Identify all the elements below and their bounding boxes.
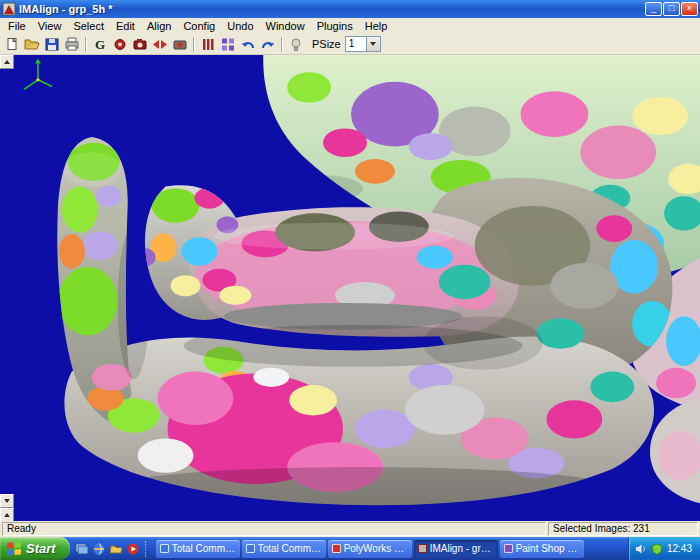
viewport-3d-scene[interactable] — [14, 55, 700, 508]
taskbar-divider — [145, 541, 148, 557]
redo-icon[interactable] — [258, 35, 278, 53]
total-commander-icon — [246, 544, 255, 553]
save-icon[interactable] — [42, 35, 62, 53]
vertical-scroll-track[interactable] — [0, 69, 14, 494]
menu-plugins[interactable]: Plugins — [311, 19, 359, 33]
imalign-icon — [418, 544, 427, 553]
system-tray: 12:43 — [628, 537, 700, 560]
menu-help[interactable]: Help — [359, 19, 394, 33]
menu-align[interactable]: Align — [141, 19, 177, 33]
start-label: Start — [26, 541, 56, 556]
taskbar-task-polyworks[interactable]: PolyWorks Mod... — [328, 540, 412, 558]
menu-config[interactable]: Config — [177, 19, 221, 33]
menu-view[interactable]: View — [32, 19, 68, 33]
minimize-button[interactable]: _ — [645, 2, 662, 16]
svg-text:G: G — [95, 37, 105, 52]
vertical-scrollbar[interactable] — [0, 55, 14, 508]
psize-label: PSize — [312, 38, 341, 50]
toolbar: G PSize 1 — [0, 34, 700, 55]
columns-icon[interactable] — [198, 35, 218, 53]
chevron-down-icon[interactable] — [366, 37, 380, 51]
status-message: Ready — [2, 522, 546, 536]
taskbar: Start Total Command... Total Command... — [0, 537, 700, 560]
selected-images-count: Selected Images: 231 — [548, 522, 698, 536]
undo-icon[interactable] — [238, 35, 258, 53]
lightbulb-icon[interactable] — [286, 35, 306, 53]
open-icon[interactable] — [22, 35, 42, 53]
app-window: IMAlign - grp_5h * _ □ × File View Selec… — [0, 0, 700, 560]
horizontal-scrollbar[interactable] — [0, 508, 700, 521]
folders-icon[interactable] — [109, 542, 123, 556]
title-bar: IMAlign - grp_5h * _ □ × — [0, 0, 700, 18]
total-commander-icon — [160, 544, 169, 553]
new-session-icon[interactable] — [2, 35, 22, 53]
quick-launch-area — [70, 541, 155, 557]
start-button[interactable]: Start — [0, 537, 70, 560]
viewport-3d[interactable] — [14, 55, 700, 508]
menu-bar: File View Select Edit Align Config Undo … — [0, 18, 700, 34]
menu-window[interactable]: Window — [260, 19, 311, 33]
taskbar-task-imalign[interactable]: IMAlign - grp_5h * — [414, 540, 498, 558]
horizontal-scroll-track[interactable] — [14, 508, 700, 521]
scroll-up-button[interactable] — [0, 55, 14, 69]
g-view-icon[interactable]: G — [90, 35, 110, 53]
scroll-corner-button[interactable] — [0, 508, 14, 522]
close-button[interactable]: × — [681, 2, 698, 16]
scroll-down-button[interactable] — [0, 494, 14, 508]
paint-shop-pro-icon — [504, 544, 513, 553]
menu-edit[interactable]: Edit — [110, 19, 141, 33]
matrix-icon[interactable] — [218, 35, 238, 53]
menu-undo[interactable]: Undo — [221, 19, 259, 33]
status-bar: Ready Selected Images: 231 — [0, 521, 700, 537]
polyworks-icon — [332, 544, 341, 553]
antivirus-shield-icon[interactable] — [651, 543, 663, 555]
app-icon — [2, 2, 16, 16]
taskbar-task-paintshop[interactable]: Paint Shop Pro ... — [500, 540, 584, 558]
maximize-button[interactable]: □ — [663, 2, 680, 16]
camera-icon[interactable] — [130, 35, 150, 53]
taskbar-task-total-commander-2[interactable]: Total Command... — [242, 540, 326, 558]
menu-select[interactable]: Select — [67, 19, 110, 33]
main-area — [0, 55, 700, 508]
volume-icon[interactable] — [635, 543, 647, 555]
capture-icon[interactable] — [170, 35, 190, 53]
taskbar-clock: 12:43 — [667, 543, 692, 554]
window-title: IMAlign - grp_5h * — [19, 3, 644, 15]
print-icon[interactable] — [62, 35, 82, 53]
taskbar-task-total-commander-1[interactable]: Total Command... — [156, 540, 240, 558]
psize-combobox[interactable]: 1 — [345, 36, 381, 52]
media-app-icon[interactable] — [126, 542, 140, 556]
psize-value: 1 — [346, 37, 366, 51]
toolbar-separator — [85, 37, 87, 52]
show-desktop-icon[interactable] — [75, 542, 89, 556]
digitize-icon[interactable] — [110, 35, 130, 53]
toolbar-separator — [193, 37, 195, 52]
windows-logo-icon — [6, 541, 22, 557]
menu-file[interactable]: File — [2, 19, 32, 33]
internet-explorer-icon[interactable] — [92, 542, 106, 556]
align-arrows-icon[interactable] — [150, 35, 170, 53]
toolbar-separator — [281, 37, 283, 52]
